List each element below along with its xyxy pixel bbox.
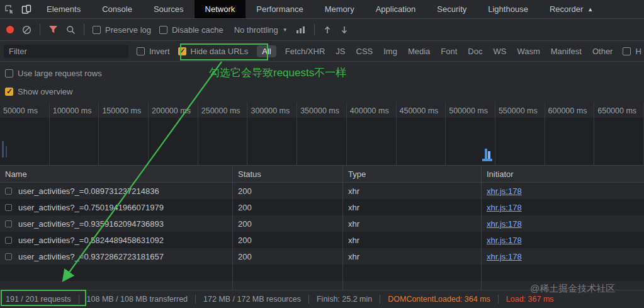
filter-pill-doc[interactable]: Doc <box>466 45 484 57</box>
filter-pill-ws[interactable]: WS <box>491 45 508 57</box>
filter-pill-img[interactable]: Img <box>381 45 399 57</box>
request-row[interactable]: user_activities?_=0.9359162094736893200x… <box>0 215 644 232</box>
invert-checkbox[interactable]: Invert <box>137 47 170 56</box>
tab-console[interactable]: Console <box>91 0 143 18</box>
filter-pill-css[interactable]: CSS <box>354 45 375 57</box>
filter-pill-manifest[interactable]: Manifest <box>549 45 584 57</box>
recorder-arrow-icon: ▲ <box>587 6 593 13</box>
request-name: user_activities?_=0.9359162094736893 <box>18 219 164 229</box>
throttling-value: No throttling <box>234 25 278 35</box>
tab-application[interactable]: Application <box>365 0 427 18</box>
request-status: 200 <box>233 199 343 215</box>
preserve-log-checkbox[interactable]: Preserve log <box>93 25 151 35</box>
filter-pill-wasm[interactable]: Wasm <box>515 45 541 57</box>
status-bar: 191 / 201 requests 108 MB / 108 MB trans… <box>0 290 644 308</box>
divider <box>84 24 84 35</box>
row-checkbox[interactable] <box>5 204 12 211</box>
divider <box>195 295 196 304</box>
initiator-link[interactable]: xhr.js:178 <box>487 252 522 261</box>
tab-performance[interactable]: Performance <box>246 0 314 18</box>
tab-recorder[interactable]: Recorder▲ <box>539 0 604 18</box>
invert-label: Invert <box>149 47 170 56</box>
network-overview-timeline[interactable]: 50000 ms100000 ms150000 ms200000 ms25000… <box>0 102 644 166</box>
request-row[interactable]: user_activities?_=0.5824489458631092200x… <box>0 232 644 248</box>
tab-memory[interactable]: Memory <box>314 0 365 18</box>
overview-tick: 250000 ms <box>198 102 248 165</box>
clear-icon <box>22 25 31 35</box>
row-checkbox[interactable] <box>5 253 12 260</box>
requests-table-header: Name Status Type Initiator <box>0 166 644 183</box>
row-checkbox[interactable] <box>5 188 12 195</box>
initiator-link[interactable]: xhr.js:178 <box>487 219 522 229</box>
request-type: xhr <box>343 215 482 232</box>
request-status: 200 <box>233 248 343 265</box>
search-icon <box>66 25 76 35</box>
use-large-request-rows-label: Use large request rows <box>18 69 102 78</box>
network-toolbar: Preserve log Disable cache No throttling… <box>0 19 644 41</box>
initiator-link[interactable]: xhr.js:178 <box>487 236 522 245</box>
search-button[interactable] <box>66 25 76 35</box>
filter-toggle-button[interactable] <box>48 25 58 34</box>
tick-label: 50000 ms <box>3 106 38 115</box>
resources-size: 172 MB / 172 MB resources <box>203 295 301 304</box>
request-row[interactable]: user_activities?_=0.089731237214836200xh… <box>0 183 644 199</box>
clipped-filter-checkbox[interactable]: H <box>623 47 641 56</box>
overview-tick: 150000 ms <box>99 102 149 165</box>
column-header-status[interactable]: Status <box>233 166 343 182</box>
record-button[interactable] <box>6 26 14 33</box>
tab-network[interactable]: Network <box>195 0 246 18</box>
device-toolbar-icon[interactable] <box>21 4 31 14</box>
request-type: xhr <box>343 232 482 248</box>
row-checkbox[interactable] <box>5 237 12 244</box>
request-status: 200 <box>233 232 343 248</box>
initiator-link[interactable]: xhr.js:178 <box>487 203 522 212</box>
tab-sources[interactable]: Sources <box>143 0 195 18</box>
tab-security[interactable]: Security <box>426 0 477 18</box>
tick-label: 550000 ms <box>499 106 538 115</box>
checkbox-checked-icon <box>5 88 13 96</box>
column-header-initiator[interactable]: Initiator <box>482 166 644 182</box>
record-icon <box>6 26 14 33</box>
filter-pill-all[interactable]: All <box>257 45 276 57</box>
divider <box>380 295 380 304</box>
activity-bar <box>482 159 492 161</box>
import-har-button[interactable] <box>323 25 332 35</box>
tick-label: 250000 ms <box>201 106 240 115</box>
filter-pill-other[interactable]: Other <box>590 45 615 57</box>
row-checkbox[interactable] <box>5 220 12 227</box>
clear-button[interactable] <box>22 25 31 35</box>
checkbox-icon <box>137 47 145 55</box>
divider <box>308 295 309 304</box>
filter-pill-js[interactable]: JS <box>334 45 347 57</box>
filter-pill-media[interactable]: Media <box>406 45 432 57</box>
overview-tick: 650000 ms <box>594 102 644 165</box>
overview-tick: 50000 ms <box>0 102 50 165</box>
tick-label: 650000 ms <box>597 106 636 115</box>
inspect-element-icon[interactable] <box>4 4 14 14</box>
network-conditions-button[interactable] <box>296 25 306 34</box>
activity-bar <box>2 141 4 157</box>
tab-elements[interactable]: Elements <box>36 0 91 18</box>
request-row[interactable]: user_activities?_=0.9372862723181657200x… <box>0 248 644 265</box>
tab-lighthouse[interactable]: Lighthouse <box>477 0 539 18</box>
request-row[interactable]: user_activities?_=0.7501941966071979200x… <box>0 199 644 215</box>
hide-data-urls-checkbox[interactable]: Hide data URLs <box>178 47 249 56</box>
requests-table: Name Status Type Initiator user_activiti… <box>0 166 644 290</box>
activity-bar <box>6 146 7 157</box>
overview-tick: 600000 ms <box>545 102 595 165</box>
use-large-request-rows-checkbox[interactable]: Use large request rows <box>5 69 102 78</box>
filter-pill-font[interactable]: Font <box>439 45 459 57</box>
request-name: user_activities?_=0.5824489458631092 <box>18 236 164 245</box>
initiator-link[interactable]: xhr.js:178 <box>487 186 522 196</box>
column-header-type[interactable]: Type <box>343 166 482 182</box>
overview-tick: 400000 ms <box>347 102 397 165</box>
empty-row <box>0 281 644 290</box>
requests-tbody: user_activities?_=0.089731237214836200xh… <box>0 183 644 290</box>
throttling-select[interactable]: No throttling ▼ <box>234 25 288 35</box>
filter-pill-fetch-xhr[interactable]: Fetch/XHR <box>283 45 327 57</box>
column-header-name[interactable]: Name <box>0 166 233 182</box>
export-har-button[interactable] <box>340 25 349 35</box>
disable-cache-checkbox[interactable]: Disable cache <box>159 25 223 35</box>
filter-input[interactable] <box>4 45 128 58</box>
show-overview-checkbox[interactable]: Show overview <box>5 87 72 96</box>
